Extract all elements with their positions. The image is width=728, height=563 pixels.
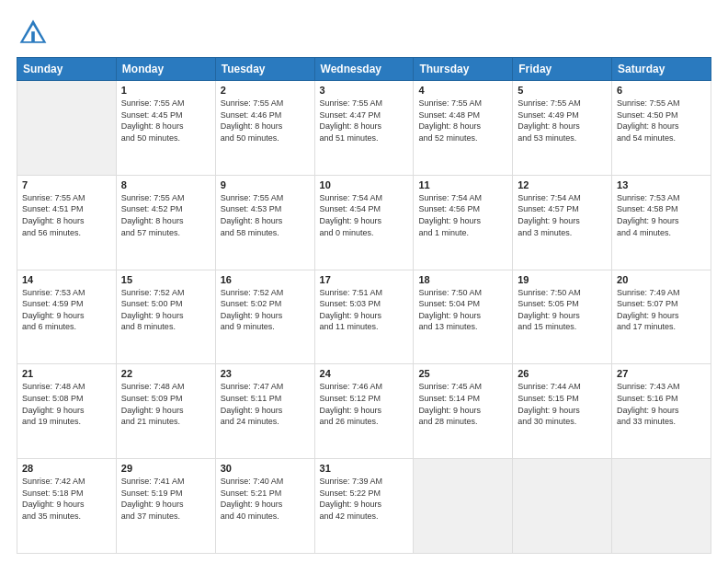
calendar-cell: 19Sunrise: 7:50 AM Sunset: 5:05 PM Dayli… <box>513 270 612 364</box>
calendar-cell: 20Sunrise: 7:49 AM Sunset: 5:07 PM Dayli… <box>612 270 711 364</box>
day-number: 23 <box>221 368 310 379</box>
calendar-week-row: 14Sunrise: 7:53 AM Sunset: 4:59 PM Dayli… <box>17 270 711 364</box>
day-number: 8 <box>121 179 210 190</box>
day-info: Sunrise: 7:53 AM Sunset: 4:59 PM Dayligh… <box>22 287 111 333</box>
day-info: Sunrise: 7:39 AM Sunset: 5:22 PM Dayligh… <box>320 476 409 522</box>
day-info: Sunrise: 7:55 AM Sunset: 4:49 PM Dayligh… <box>518 98 607 144</box>
day-number: 20 <box>617 274 706 285</box>
day-info: Sunrise: 7:55 AM Sunset: 4:50 PM Dayligh… <box>617 98 706 144</box>
day-info: Sunrise: 7:50 AM Sunset: 5:05 PM Dayligh… <box>518 287 607 333</box>
calendar-cell: 5Sunrise: 7:55 AM Sunset: 4:49 PM Daylig… <box>513 81 612 176</box>
day-info: Sunrise: 7:55 AM Sunset: 4:48 PM Dayligh… <box>418 98 507 144</box>
day-info: Sunrise: 7:42 AM Sunset: 5:18 PM Dayligh… <box>22 476 111 522</box>
calendar-header-row: SundayMondayTuesdayWednesdayThursdayFrid… <box>17 58 711 81</box>
day-info: Sunrise: 7:55 AM Sunset: 4:53 PM Dayligh… <box>221 192 310 238</box>
day-info: Sunrise: 7:49 AM Sunset: 5:07 PM Dayligh… <box>617 287 706 333</box>
calendar-cell: 7Sunrise: 7:55 AM Sunset: 4:51 PM Daylig… <box>17 175 117 270</box>
calendar-cell: 14Sunrise: 7:53 AM Sunset: 4:59 PM Dayli… <box>17 270 117 364</box>
page: SundayMondayTuesdayWednesdayThursdayFrid… <box>0 0 728 563</box>
calendar-cell: 31Sunrise: 7:39 AM Sunset: 5:22 PM Dayli… <box>314 459 414 554</box>
day-number: 28 <box>22 463 111 474</box>
day-number: 5 <box>518 85 607 96</box>
day-number: 1 <box>121 85 210 96</box>
calendar-cell: 8Sunrise: 7:55 AM Sunset: 4:52 PM Daylig… <box>116 175 215 270</box>
calendar-cell: 2Sunrise: 7:55 AM Sunset: 4:46 PM Daylig… <box>215 81 314 176</box>
day-info: Sunrise: 7:50 AM Sunset: 5:04 PM Dayligh… <box>418 287 507 333</box>
calendar-cell: 26Sunrise: 7:44 AM Sunset: 5:15 PM Dayli… <box>513 364 612 459</box>
calendar-cell: 16Sunrise: 7:52 AM Sunset: 5:02 PM Dayli… <box>215 270 314 364</box>
calendar-cell: 12Sunrise: 7:54 AM Sunset: 4:57 PM Dayli… <box>513 175 612 270</box>
day-info: Sunrise: 7:45 AM Sunset: 5:14 PM Dayligh… <box>418 381 507 427</box>
calendar-cell: 9Sunrise: 7:55 AM Sunset: 4:53 PM Daylig… <box>215 175 314 270</box>
header <box>17 17 711 50</box>
day-number: 3 <box>320 85 409 96</box>
calendar-day-header: Monday <box>116 58 215 81</box>
calendar-day-header: Thursday <box>414 58 513 81</box>
calendar-week-row: 1Sunrise: 7:55 AM Sunset: 4:45 PM Daylig… <box>17 81 711 176</box>
day-number: 11 <box>418 179 507 190</box>
calendar-week-row: 21Sunrise: 7:48 AM Sunset: 5:08 PM Dayli… <box>17 364 711 459</box>
day-info: Sunrise: 7:48 AM Sunset: 5:08 PM Dayligh… <box>22 381 111 427</box>
day-info: Sunrise: 7:51 AM Sunset: 5:03 PM Dayligh… <box>320 287 409 333</box>
calendar-cell: 3Sunrise: 7:55 AM Sunset: 4:47 PM Daylig… <box>314 81 414 176</box>
day-info: Sunrise: 7:54 AM Sunset: 4:56 PM Dayligh… <box>418 192 507 238</box>
calendar-cell: 10Sunrise: 7:54 AM Sunset: 4:54 PM Dayli… <box>314 175 414 270</box>
day-info: Sunrise: 7:53 AM Sunset: 4:58 PM Dayligh… <box>617 192 706 238</box>
calendar-day-header: Tuesday <box>215 58 314 81</box>
day-number: 13 <box>617 179 706 190</box>
day-number: 4 <box>418 85 507 96</box>
day-number: 22 <box>121 368 210 379</box>
day-number: 25 <box>418 368 507 379</box>
day-number: 21 <box>22 368 111 379</box>
day-info: Sunrise: 7:55 AM Sunset: 4:51 PM Dayligh… <box>22 192 111 238</box>
day-info: Sunrise: 7:55 AM Sunset: 4:45 PM Dayligh… <box>121 98 210 144</box>
day-number: 12 <box>518 179 607 190</box>
day-info: Sunrise: 7:47 AM Sunset: 5:11 PM Dayligh… <box>221 381 310 427</box>
calendar-cell <box>17 81 117 176</box>
day-info: Sunrise: 7:40 AM Sunset: 5:21 PM Dayligh… <box>221 476 310 522</box>
calendar-cell: 30Sunrise: 7:40 AM Sunset: 5:21 PM Dayli… <box>215 459 314 554</box>
day-info: Sunrise: 7:52 AM Sunset: 5:02 PM Dayligh… <box>221 287 310 333</box>
day-info: Sunrise: 7:55 AM Sunset: 4:46 PM Dayligh… <box>221 98 310 144</box>
day-number: 14 <box>22 274 111 285</box>
day-number: 30 <box>221 463 310 474</box>
day-number: 19 <box>518 274 607 285</box>
day-info: Sunrise: 7:55 AM Sunset: 4:52 PM Dayligh… <box>121 192 210 238</box>
day-number: 16 <box>221 274 310 285</box>
calendar-cell: 23Sunrise: 7:47 AM Sunset: 5:11 PM Dayli… <box>215 364 314 459</box>
day-number: 31 <box>320 463 409 474</box>
day-number: 10 <box>320 179 409 190</box>
calendar-table: SundayMondayTuesdayWednesdayThursdayFrid… <box>17 57 711 554</box>
calendar-cell: 6Sunrise: 7:55 AM Sunset: 4:50 PM Daylig… <box>612 81 711 176</box>
calendar-cell: 15Sunrise: 7:52 AM Sunset: 5:00 PM Dayli… <box>116 270 215 364</box>
calendar-day-header: Sunday <box>17 58 117 81</box>
calendar-cell: 4Sunrise: 7:55 AM Sunset: 4:48 PM Daylig… <box>414 81 513 176</box>
day-number: 29 <box>121 463 210 474</box>
calendar-cell: 18Sunrise: 7:50 AM Sunset: 5:04 PM Dayli… <box>414 270 513 364</box>
calendar-cell: 24Sunrise: 7:46 AM Sunset: 5:12 PM Dayli… <box>314 364 414 459</box>
day-number: 18 <box>418 274 507 285</box>
day-info: Sunrise: 7:55 AM Sunset: 4:47 PM Dayligh… <box>320 98 409 144</box>
day-number: 7 <box>22 179 111 190</box>
logo <box>17 17 53 50</box>
calendar-cell: 22Sunrise: 7:48 AM Sunset: 5:09 PM Dayli… <box>116 364 215 459</box>
day-number: 24 <box>320 368 409 379</box>
calendar-day-header: Friday <box>513 58 612 81</box>
calendar-cell: 21Sunrise: 7:48 AM Sunset: 5:08 PM Dayli… <box>17 364 117 459</box>
day-info: Sunrise: 7:54 AM Sunset: 4:54 PM Dayligh… <box>320 192 409 238</box>
calendar-cell: 1Sunrise: 7:55 AM Sunset: 4:45 PM Daylig… <box>116 81 215 176</box>
calendar-day-header: Saturday <box>612 58 711 81</box>
calendar-cell: 25Sunrise: 7:45 AM Sunset: 5:14 PM Dayli… <box>414 364 513 459</box>
logo-icon <box>17 17 50 50</box>
calendar-cell <box>612 459 711 554</box>
calendar-week-row: 7Sunrise: 7:55 AM Sunset: 4:51 PM Daylig… <box>17 175 711 270</box>
day-number: 17 <box>320 274 409 285</box>
day-number: 26 <box>518 368 607 379</box>
day-number: 2 <box>221 85 310 96</box>
day-info: Sunrise: 7:52 AM Sunset: 5:00 PM Dayligh… <box>121 287 210 333</box>
day-number: 15 <box>121 274 210 285</box>
day-info: Sunrise: 7:44 AM Sunset: 5:15 PM Dayligh… <box>518 381 607 427</box>
calendar-week-row: 28Sunrise: 7:42 AM Sunset: 5:18 PM Dayli… <box>17 459 711 554</box>
day-number: 9 <box>221 179 310 190</box>
calendar-cell: 11Sunrise: 7:54 AM Sunset: 4:56 PM Dayli… <box>414 175 513 270</box>
